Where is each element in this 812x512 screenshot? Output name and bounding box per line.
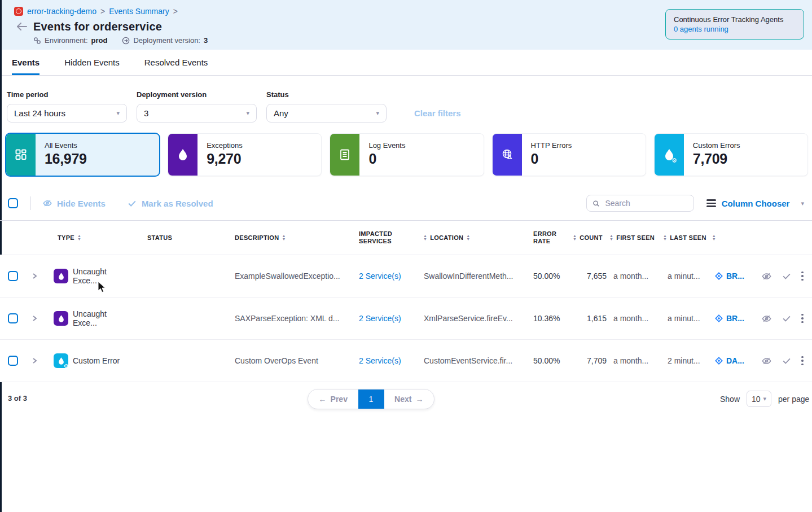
sort-icon[interactable]: ▲▼ [573, 234, 577, 241]
impacted-services-link[interactable]: 2 Service(s) [359, 272, 401, 281]
sort-icon[interactable]: ▲▼ [663, 234, 667, 241]
column-header-status[interactable]: STATUS [129, 234, 191, 242]
column-header-first-seen[interactable]: ▲▼ FIRST SEEN [607, 234, 660, 242]
column-header-type[interactable]: TYPE ▲▼ [50, 234, 129, 242]
prev-page-button[interactable]: ← Prev [308, 390, 358, 409]
row-checkbox[interactable] [8, 271, 18, 281]
expand-row-icon[interactable] [30, 272, 38, 280]
agents-status-box: Continuous Error Tracking Agents 0 agent… [665, 9, 804, 40]
column-header-last-seen[interactable]: ▲▼ LAST SEEN ▲▼ [660, 234, 728, 242]
filter-bar: Time period Last 24 hours ▾ Deployment v… [7, 90, 461, 122]
row-menu-icon[interactable] [801, 314, 804, 323]
sort-icon[interactable]: ▲▼ [282, 234, 286, 241]
resolve-event-icon[interactable] [782, 313, 792, 323]
page-size-select[interactable]: 10 ▾ [747, 391, 771, 407]
environment-label: Environment: [45, 36, 88, 45]
sort-icon[interactable]: ▲▼ [609, 234, 613, 241]
agents-running-link[interactable]: 0 agents running [674, 24, 796, 34]
row-menu-icon[interactable] [801, 272, 804, 281]
ticket-link[interactable]: BR... [726, 272, 744, 281]
row-checkbox[interactable] [8, 356, 18, 366]
sort-icon[interactable]: ▲▼ [423, 234, 427, 241]
column-label: FIRST SEEN [616, 234, 655, 242]
sort-icon[interactable]: ▲▼ [466, 234, 470, 241]
status-select[interactable]: Any ▾ [266, 104, 387, 122]
card-custom-errors[interactable]: ⚙ Custom Errors 7,709 [654, 133, 808, 176]
last-seen: a minut... [660, 314, 706, 323]
expand-row-icon[interactable] [30, 314, 38, 322]
status-value: Any [274, 108, 288, 118]
deployment-version-select[interactable]: 3 ▾ [137, 104, 257, 122]
table-row[interactable]: Uncaught Exce... ExampleSwallowedExcepti… [0, 255, 812, 297]
column-chooser-button[interactable]: Column Chooser ▾ [706, 199, 804, 208]
pagination: ← Prev 1 Next → [308, 389, 434, 409]
environment-value: prod [91, 36, 108, 45]
page-size-control: Show 10 ▾ per page [720, 391, 809, 407]
row-checkbox[interactable] [8, 313, 18, 323]
back-arrow-icon[interactable] [15, 21, 28, 34]
clear-filters-button[interactable]: Clear filters [414, 108, 461, 118]
chevron-down-icon: ▾ [763, 395, 767, 402]
deployment-value: 3 [204, 36, 208, 45]
sort-icon[interactable]: ▲▼ [712, 234, 716, 241]
page-number-button[interactable]: 1 [358, 390, 384, 409]
flame-icon [168, 134, 197, 176]
error-rate: 10.36% [528, 314, 573, 323]
agents-box-title: Continuous Error Tracking Agents [674, 15, 796, 24]
column-header-count[interactable]: ▲▼ COUNT [573, 234, 607, 242]
card-log-events[interactable]: Log Events 0 [330, 133, 484, 176]
expand-row-icon[interactable] [30, 357, 38, 365]
next-page-button[interactable]: Next → [384, 390, 434, 409]
hide-event-icon[interactable] [761, 313, 772, 324]
tab-bar: Events Hidden Events Resolved Events [2, 50, 812, 76]
search-input[interactable] [604, 198, 687, 208]
mark-resolved-button[interactable]: Mark as Resolved [127, 198, 213, 208]
chevron-down-icon: ▾ [116, 110, 120, 117]
table-header-row: TYPE ▲▼ STATUS DESCRIPTION ▲▼ IMPACTED S… [0, 221, 812, 255]
card-http-errors[interactable]: HTTP Errors 0 [492, 133, 646, 176]
impacted-services-link[interactable]: 2 Service(s) [359, 314, 401, 323]
time-period-filter: Time period Last 24 hours ▾ [7, 90, 127, 122]
breadcrumb-events-summary[interactable]: Events Summary [109, 7, 169, 16]
card-all-events[interactable]: All Events 16,979 [6, 133, 160, 176]
row-menu-icon[interactable] [801, 356, 804, 366]
column-header-impacted-services[interactable]: IMPACTED SERVICES [355, 230, 420, 245]
event-count: 7,709 [573, 356, 607, 365]
arrow-left-icon: ← [319, 395, 327, 404]
table-row[interactable]: Uncaught Exce... SAXParseException: XML … [0, 297, 812, 340]
show-label: Show [720, 395, 740, 404]
card-value: 16,979 [45, 151, 87, 167]
deployment-meta: Deployment version: 3 [122, 36, 208, 45]
event-description: ExampleSwallowedExceptio... [228, 272, 355, 281]
impacted-services-link[interactable]: 2 Service(s) [359, 356, 401, 365]
eye-slash-icon [42, 198, 52, 208]
event-location: CustomEventService.fir... [420, 356, 528, 365]
chevron-down-icon: ▾ [246, 110, 249, 117]
sort-icon[interactable]: ▲▼ [77, 234, 81, 241]
tab-resolved-events[interactable]: Resolved Events [144, 50, 208, 75]
time-period-select[interactable]: Last 24 hours ▾ [7, 104, 127, 122]
card-exceptions[interactable]: Exceptions 9,270 [168, 133, 322, 176]
select-all-checkbox[interactable] [8, 198, 18, 208]
column-header-error-rate[interactable]: ERROR RATE [528, 230, 573, 245]
deployment-version-filter: Deployment version 3 ▾ [137, 90, 257, 122]
hide-event-icon[interactable] [761, 271, 772, 282]
hide-events-button[interactable]: Hide Events [42, 198, 106, 208]
breadcrumb-project[interactable]: error-tracking-demo [27, 7, 96, 16]
environment-icon [33, 37, 41, 45]
tab-hidden-events[interactable]: Hidden Events [64, 50, 120, 75]
resolve-event-icon[interactable] [782, 356, 792, 366]
error-rate: 50.00% [528, 356, 573, 365]
ticket-link[interactable]: BR... [726, 314, 744, 323]
ticket-link[interactable]: DA... [726, 356, 744, 365]
tab-events[interactable]: Events [12, 50, 39, 75]
resolve-event-icon[interactable] [782, 271, 792, 281]
card-label: Exceptions [207, 141, 243, 150]
column-header-location[interactable]: ▲▼ LOCATION ▲▼ [420, 234, 528, 242]
table-row[interactable]: ⚙ Custom Error Custom OverOps Event 2 Se… [0, 340, 812, 382]
deployment-label: Deployment version: [133, 36, 200, 45]
page-meta: Environment: prod Deployment version: 3 [33, 36, 208, 45]
hide-event-icon[interactable] [761, 356, 772, 366]
first-seen: a month... [607, 356, 660, 365]
column-header-description[interactable]: DESCRIPTION ▲▼ [228, 234, 355, 242]
